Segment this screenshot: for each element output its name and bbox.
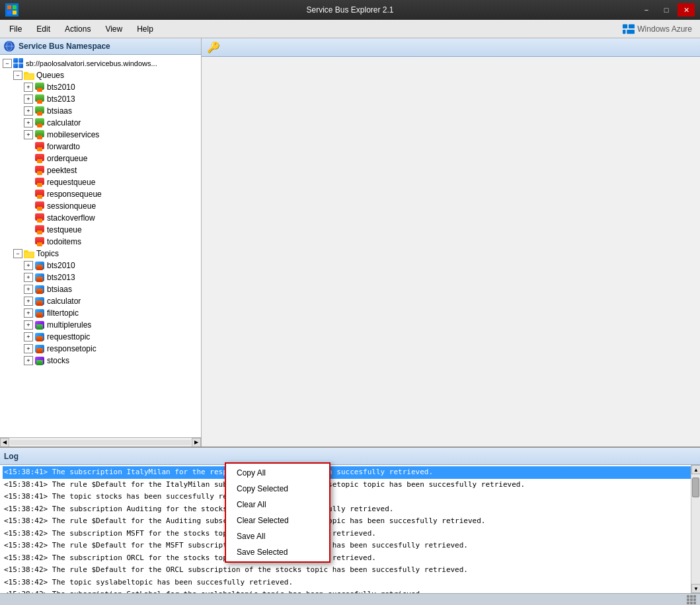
title-bar-left — [5, 3, 19, 17]
panel-header-label: Service Bus Namespace — [19, 42, 110, 51]
queues-group[interactable]: − Queues — [0, 69, 201, 81]
topic-icon-2 — [34, 284, 45, 295]
context-menu-save-all[interactable]: Save All — [226, 528, 329, 544]
queue-label-4: mobileservices — [47, 130, 99, 139]
topic-icon-3 — [34, 296, 45, 306]
expand-t1[interactable]: + — [24, 273, 33, 282]
context-menu-clear-all[interactable]: Clear All — [226, 497, 329, 513]
menu-file[interactable]: File — [3, 22, 28, 36]
topic-icon-0 — [34, 260, 45, 271]
maximize-button[interactable]: □ — [658, 3, 675, 17]
context-menu-clear-selected[interactable]: Clear Selected — [226, 513, 329, 528]
log-line-7[interactable]: <15:38:42> The subscription ORCL for the… — [3, 552, 697, 565]
expand-q2[interactable]: + — [24, 106, 33, 116]
tree-queue-testqueue[interactable]: testqueue — [0, 224, 201, 236]
expand-q1[interactable]: + — [24, 94, 33, 104]
queue-label-7: peektest — [47, 166, 77, 175]
main-content: Service Bus Namespace − sb://paolosalvat… — [0, 38, 700, 605]
log-line-3[interactable]: <15:38:42> The subscription Auditing for… — [3, 503, 697, 516]
expand-t7[interactable]: + — [24, 344, 33, 353]
expand-q0[interactable]: + — [24, 83, 33, 92]
tree-topic-stocks[interactable]: + stocks — [0, 355, 201, 367]
tree-queue-sessionqueue[interactable]: sessionqueue — [0, 200, 201, 212]
tree-topic-filtertopic[interactable]: + filtertopic — [0, 307, 201, 319]
tree-queue-peektest[interactable]: peektest — [0, 164, 201, 176]
log-line-1[interactable]: <15:38:41> The rule $Default for the Ita… — [3, 479, 697, 491]
tree-topic-responsetopic[interactable]: + responsetopic — [0, 343, 201, 355]
context-menu-copy-selected[interactable]: Copy Selected — [226, 481, 329, 497]
tree-topic-calculator[interactable]: + calculator — [0, 295, 201, 307]
tree-queue-stackoverflow[interactable]: stackoverflow — [0, 212, 201, 224]
tree-queue-calculator[interactable]: + calculator — [0, 117, 201, 129]
topics-group[interactable]: − Topics — [0, 248, 201, 260]
tree-queue-todoitems[interactable]: todoitems — [0, 236, 201, 248]
log-line-0[interactable]: <15:38:41> The subscription ItalyMilan f… — [3, 466, 697, 479]
svg-rect-16 — [24, 252, 34, 258]
tree-container[interactable]: − sb://paolosalvatori.servicebus.windows… — [0, 55, 201, 437]
tree-queue-forwardto[interactable]: forwardto — [0, 141, 201, 153]
svg-rect-2 — [7, 11, 11, 15]
expand-t8[interactable]: + — [24, 356, 33, 365]
topic-icon-4 — [34, 308, 45, 318]
hscroll-right-button[interactable]: ▶ — [192, 438, 201, 447]
log-line-6[interactable]: <15:38:42> The rule $Default for the MSF… — [3, 540, 697, 552]
context-menu-save-selected[interactable]: Save Selected — [226, 544, 329, 560]
close-button[interactable]: ✕ — [678, 3, 695, 17]
queue-icon-7 — [34, 165, 45, 176]
queue-icon-0 — [34, 82, 45, 92]
expand-t3[interactable]: + — [24, 297, 33, 306]
tree-queue-orderqueue[interactable]: orderqueue — [0, 153, 201, 164]
log-scroll-down[interactable]: ▼ — [691, 584, 700, 593]
expand-q3[interactable]: + — [24, 118, 33, 127]
queue-label-12: testqueue — [47, 225, 82, 234]
log-scroll-thumb[interactable] — [692, 478, 699, 497]
tree-queue-bts2010[interactable]: + bts2010 — [0, 81, 201, 93]
tree-queue-bts2013[interactable]: + bts2013 — [0, 93, 201, 105]
topics-folder-icon — [24, 248, 34, 259]
log-line-4[interactable]: <15:38:42> The rule $Default for the Aud… — [3, 515, 697, 528]
context-menu-copy-all[interactable]: Copy All — [226, 465, 329, 481]
status-bar — [0, 593, 700, 605]
topic-label-5: multiplerules — [47, 320, 91, 330]
log-line-2[interactable]: <15:38:41> The topic stocks has been suc… — [3, 491, 697, 503]
expand-topics[interactable]: − — [13, 249, 22, 258]
queue-icon-9 — [34, 189, 45, 199]
tree-topic-btsiaas[interactable]: + btsiaas — [0, 283, 201, 295]
expand-t2[interactable]: + — [24, 285, 33, 294]
log-line-9[interactable]: <15:38:42> The topic syslabeltopic has b… — [3, 577, 697, 589]
tree-topic-multiplerules[interactable]: + multiplerules — [0, 319, 201, 331]
log-scroll-up[interactable]: ▲ — [691, 465, 700, 474]
expand-root[interactable]: − — [3, 59, 12, 68]
tree-queue-responsequeue[interactable]: responsequeue — [0, 188, 201, 200]
log-line-8[interactable]: <15:38:42> The rule $Default for the ORC… — [3, 564, 697, 577]
topic-label-6: requesttopic — [47, 332, 90, 341]
expand-t5[interactable]: + — [24, 320, 33, 330]
minimize-button[interactable]: − — [638, 3, 655, 17]
tree-queue-btsiaas[interactable]: + btsiaas — [0, 105, 201, 117]
menu-help[interactable]: Help — [130, 22, 160, 36]
expand-q4[interactable]: + — [24, 130, 33, 139]
log-line-10[interactable]: <15:38:42> The subscription SetLabel for… — [3, 588, 697, 593]
menu-actions[interactable]: Actions — [58, 22, 97, 36]
menu-bar: File Edit Actions View Help Windows Azur… — [0, 20, 700, 38]
menu-edit[interactable]: Edit — [30, 22, 57, 36]
tree-horizontal-scrollbar[interactable]: ◀ ▶ — [0, 437, 201, 446]
tree-topic-requesttopic[interactable]: + requesttopic — [0, 331, 201, 343]
expand-t4[interactable]: + — [24, 308, 33, 318]
tree-root[interactable]: − sb://paolosalvatori.servicebus.windows… — [0, 57, 201, 69]
expand-t0[interactable]: + — [24, 261, 33, 270]
tree-queue-requestqueue[interactable]: requestqueue — [0, 176, 201, 188]
resize-grip[interactable] — [687, 595, 696, 604]
log-lines: <15:38:41> The subscription ItalyMilan f… — [0, 465, 700, 593]
expand-t6[interactable]: + — [24, 332, 33, 341]
hscroll-left-button[interactable]: ◀ — [0, 438, 9, 447]
menu-view[interactable]: View — [98, 22, 129, 36]
tree-queue-mobileservices[interactable]: + mobileservices — [0, 129, 201, 141]
expand-queues[interactable]: − — [13, 71, 22, 80]
log-line-5[interactable]: <15:38:42> The subscription MSFT for the… — [3, 528, 697, 540]
topic-label-1: bts2013 — [47, 273, 75, 282]
tree-topic-bts2013[interactable]: + bts2013 — [0, 271, 201, 283]
topic-icon-8 — [34, 355, 45, 366]
tree-topic-bts2010[interactable]: + bts2010 — [0, 260, 201, 271]
log-scrollbar[interactable]: ▲ ▼ — [691, 465, 700, 593]
